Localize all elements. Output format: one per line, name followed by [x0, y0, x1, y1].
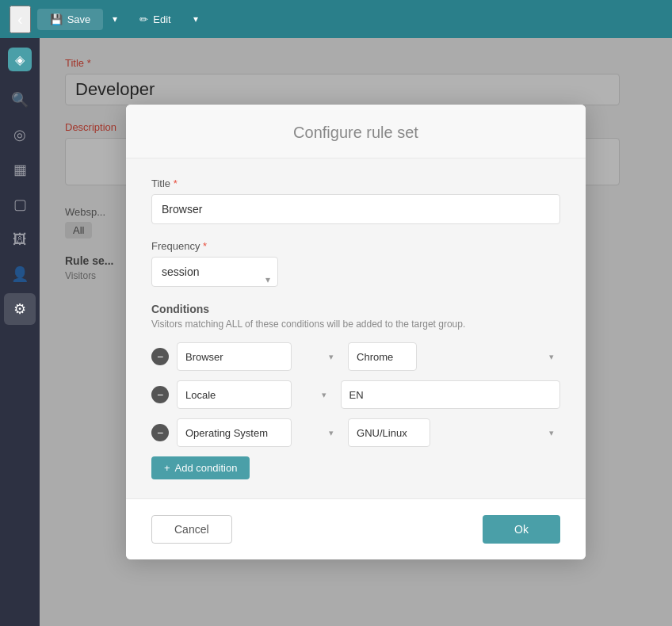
sidebar-item-user[interactable]: 👤 — [4, 258, 36, 290]
condition-type-1-wrap: Browser Locale Operating System ▾ — [177, 342, 340, 371]
back-button[interactable]: ‹ — [10, 6, 31, 33]
condition-row-2: − Browser Locale Operating System ▾ — [151, 380, 560, 409]
modal-header: Configure rule set — [126, 105, 586, 158]
condition-value-2-input[interactable] — [341, 380, 560, 409]
condition-value-3-wrap: GNU/Linux Windows macOS Android iOS ▾ — [348, 418, 560, 447]
configure-ruleset-modal: Configure rule set Title * Frequency * — [126, 105, 586, 559]
ok-button[interactable]: Ok — [483, 515, 560, 544]
modal-title-input[interactable] — [151, 194, 560, 224]
frequency-row: session pageview visitor ▾ — [151, 257, 560, 303]
sidebar-item-image[interactable]: 🖼 — [4, 223, 36, 255]
add-condition-label: Add condition — [175, 462, 238, 474]
add-condition-button[interactable]: + Add condition — [151, 456, 250, 479]
modal-overlay: Configure rule set Title * Frequency * — [40, 38, 672, 626]
sidebar-item-search[interactable]: 🔍 — [4, 84, 36, 116]
condition-value-1-arrow: ▾ — [549, 352, 554, 362]
remove-condition-3-button[interactable]: − — [151, 424, 169, 441]
save-button[interactable]: 💾 Save — [37, 9, 104, 30]
edit-icon: ✏ — [139, 13, 148, 25]
save-dropdown-arrow[interactable]: ▾ — [109, 9, 120, 29]
frequency-select[interactable]: session pageview visitor — [151, 257, 278, 287]
condition-type-3-select[interactable]: Browser Locale Operating System — [177, 418, 292, 447]
remove-condition-2-button[interactable]: − — [151, 386, 169, 403]
condition-type-3-wrap: Browser Locale Operating System ▾ — [177, 418, 340, 447]
condition-type-2-arrow: ▾ — [322, 390, 326, 400]
condition-type-1-select[interactable]: Browser Locale Operating System — [177, 342, 292, 371]
modal-title-field: Title * — [151, 177, 560, 240]
sidebar-logo: ◈ — [8, 48, 32, 71]
remove-condition-1-button[interactable]: − — [151, 348, 169, 365]
conditions-section: Conditions Visitors matching ALL of thes… — [151, 303, 560, 479]
save-label: Save — [67, 13, 91, 25]
modal-body: Title * Frequency * session pageview vis… — [126, 158, 586, 498]
condition-value-3-arrow: ▾ — [549, 428, 554, 438]
condition-row-3: − Browser Locale Operating System ▾ GNU/… — [151, 418, 560, 447]
condition-value-3-select[interactable]: GNU/Linux Windows macOS Android iOS — [348, 418, 430, 447]
condition-type-3-arrow: ▾ — [329, 428, 334, 438]
sidebar-item-frame[interactable]: ▢ — [4, 189, 36, 220]
edit-dropdown-arrow[interactable]: ▾ — [190, 9, 201, 29]
conditions-sub: Visitors matching ALL of these condition… — [151, 319, 560, 330]
condition-type-2-select[interactable]: Browser Locale Operating System — [177, 380, 292, 409]
frequency-select-wrapper: session pageview visitor ▾ — [151, 257, 278, 303]
modal-title: Configure rule set — [151, 124, 560, 142]
edit-label: Edit — [153, 13, 170, 25]
sidebar: ◈ 🔍 ◎ ▦ ▢ 🖼 👤 ⚙ — [0, 38, 40, 626]
save-icon: 💾 — [50, 13, 63, 25]
modal-frequency-label: Frequency * — [151, 240, 560, 252]
condition-type-1-arrow: ▾ — [329, 352, 334, 362]
modal-title-label: Title * — [151, 177, 560, 189]
condition-value-1-select[interactable]: Chrome Firefox Safari Edge — [348, 342, 417, 371]
condition-type-2-wrap: Browser Locale Operating System ▾ — [177, 380, 333, 409]
sidebar-item-settings[interactable]: ⚙ — [4, 293, 36, 325]
cancel-button[interactable]: Cancel — [151, 515, 232, 544]
modal-frequency-field: Frequency * session pageview visitor ▾ — [151, 240, 560, 303]
condition-row-1: − Browser Locale Operating System ▾ Chro… — [151, 342, 560, 371]
edit-button[interactable]: ✏ Edit — [127, 9, 183, 30]
modal-footer: Cancel Ok — [126, 498, 586, 559]
sidebar-item-target[interactable]: ◎ — [4, 119, 36, 151]
add-condition-plus-icon: + — [164, 462, 170, 474]
conditions-label: Conditions — [151, 303, 560, 315]
sidebar-item-grid[interactable]: ▦ — [4, 154, 36, 185]
top-bar: ‹ 💾 Save ▾ ✏ Edit ▾ — [0, 0, 672, 38]
condition-value-1-wrap: Chrome Firefox Safari Edge ▾ — [348, 342, 560, 371]
